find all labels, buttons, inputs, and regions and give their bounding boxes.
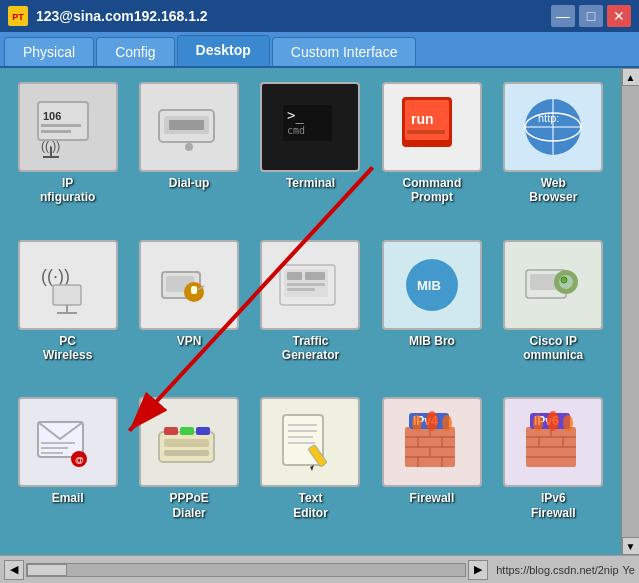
svg-text:PT: PT [12,12,24,22]
svg-rect-4 [41,124,81,127]
svg-rect-38 [305,272,325,280]
status-suffix: Ye [623,564,635,576]
terminal-label: Terminal [286,176,335,190]
svg-rect-58 [164,439,209,447]
list-item[interactable]: VPN [131,236,246,388]
window-title: 123@sina.com192.168.1.2 [36,8,208,24]
scroll-track [622,86,639,537]
list-item[interactable]: IPv6 IPv6Firewall [496,393,611,545]
dialup-label: Dial-up [169,176,210,190]
svg-text:run: run [411,111,434,127]
vpn-icon-box [139,240,239,330]
svg-point-80 [426,411,438,431]
list-item[interactable]: TrafficGenerator [253,236,368,388]
ipv6fw-label: IPv6Firewall [531,491,576,520]
svg-text:MIB: MIB [417,278,441,293]
minimize-button[interactable]: — [551,5,575,27]
svg-text:cmd: cmd [287,125,305,136]
tab-custom[interactable]: Custom Interface [272,37,417,66]
title-bar: PT 123@sina.com192.168.1.2 — □ ✕ [0,0,639,32]
svg-rect-59 [164,450,209,456]
email-icon-box: @ [18,397,118,487]
vpn-label: VPN [177,334,202,348]
text-editor-label: TextEditor [293,491,328,520]
svg-rect-40 [287,288,315,291]
hscroll-thumb[interactable] [27,564,67,576]
svg-text:>_: >_ [287,107,304,124]
list-item[interactable]: Cisco IPommunica [496,236,611,388]
svg-rect-37 [287,272,302,280]
hscroll-left-button[interactable]: ◀ [4,560,24,580]
pppoe-label: PPPoEDialer [169,491,208,520]
svg-point-47 [561,277,567,283]
svg-text:106: 106 [43,110,61,122]
pppoe-icon-box [139,397,239,487]
list-item[interactable]: MIB MIB Bro [374,236,489,388]
list-item[interactable]: PPPoEDialer [131,393,246,545]
list-item[interactable]: ((·)) PCWireless [10,236,125,388]
list-item[interactable]: 106 ((·)) IPnfiguratio [10,78,125,230]
list-item[interactable]: TextEditor [253,393,368,545]
status-url: https://blog.csdn.net/2nip [496,564,618,576]
scrollbar[interactable]: ▲ ▼ [621,68,639,555]
status-bar: ◀ ▶ https://blog.csdn.net/2nip Ye [0,555,639,583]
scroll-up-button[interactable]: ▲ [622,68,640,86]
svg-point-92 [547,411,559,431]
close-button[interactable]: ✕ [607,5,631,27]
text-editor-icon-box [260,397,360,487]
hscroll-right-button[interactable]: ▶ [468,560,488,580]
ip-config-icon-box: 106 ((·)) [18,82,118,172]
firewall-label: Firewall [410,491,455,505]
list-item[interactable]: http: WebBrowser [496,78,611,230]
tab-bar: Physical Config Desktop Custom Interface [0,32,639,68]
list-item[interactable]: @ Email [10,393,125,545]
svg-point-81 [442,415,452,431]
dialup-icon-box [139,82,239,172]
tab-physical[interactable]: Physical [4,37,94,66]
traffic-label: TrafficGenerator [282,334,339,363]
list-item[interactable]: >_ cmd Terminal [253,78,368,230]
mib-icon-box: MIB [382,240,482,330]
svg-rect-27 [53,285,81,305]
tab-config[interactable]: Config [96,37,174,66]
list-item[interactable]: Dial-up [131,78,246,230]
cmd-label: CommandPrompt [403,176,462,205]
app-icon: PT [8,6,28,26]
svg-rect-56 [180,427,194,435]
svg-rect-55 [164,427,178,435]
svg-point-79 [412,415,422,431]
cmd-icon-box: run [382,82,482,172]
hscroll-track [26,563,466,577]
svg-rect-11 [169,120,204,130]
svg-point-12 [185,143,193,151]
svg-text:((·)): ((·)) [41,266,70,286]
svg-point-93 [563,415,573,431]
wireless-icon-box: ((·)) [18,240,118,330]
scroll-down-button[interactable]: ▼ [622,537,640,555]
svg-rect-39 [287,283,325,286]
list-item[interactable]: IPv4 Firewall [374,393,489,545]
wireless-label: PCWireless [43,334,92,363]
terminal-icon-box: >_ cmd [260,82,360,172]
mib-label: MIB Bro [409,334,455,348]
email-label: Email [52,491,84,505]
firewall-icon-box: IPv4 [382,397,482,487]
ipv6fw-icon-box: IPv6 [503,397,603,487]
title-controls: — □ ✕ [551,5,631,27]
svg-rect-20 [407,130,445,134]
svg-text:@: @ [75,455,84,465]
ip-config-label: IPnfiguratio [40,176,95,205]
title-bar-left: PT 123@sina.com192.168.1.2 [8,6,208,26]
cisco-icon-box [503,240,603,330]
maximize-button[interactable]: □ [579,5,603,27]
svg-point-91 [533,415,543,431]
traffic-icon-box [260,240,360,330]
icon-grid: 106 ((·)) IPnfiguratio Dia [0,68,621,555]
tab-desktop[interactable]: Desktop [177,35,270,66]
cisco-label: Cisco IPommunica [523,334,583,363]
web-icon-box: http: [503,82,603,172]
svg-rect-57 [196,427,210,435]
main-content: 106 ((·)) IPnfiguratio Dia [0,68,639,555]
svg-rect-33 [191,286,197,294]
list-item[interactable]: run CommandPrompt [374,78,489,230]
